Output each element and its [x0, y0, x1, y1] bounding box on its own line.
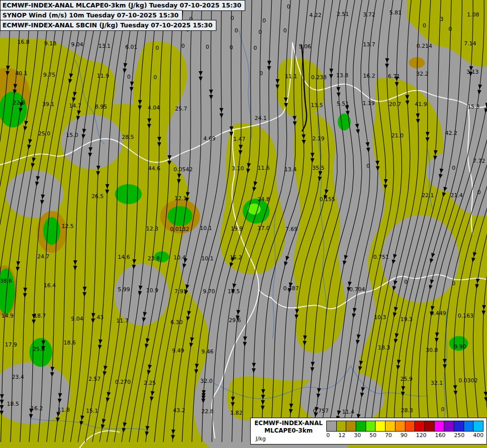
map-value-label: 16.8: [17, 39, 30, 45]
map-value-label: 0.238: [311, 74, 327, 81]
map-value-label: 23.4: [12, 374, 24, 380]
map-value-label: 0: [452, 165, 456, 171]
map-value-label: 26.5: [92, 193, 104, 200]
legend-title: ECMWF-INDEX-ANAL MLCAPE0-3km J/kg: [251, 418, 326, 444]
map-value-label: 0.163: [458, 313, 474, 319]
legend-color-cell: [346, 421, 356, 431]
map-value-label: 0.751: [373, 254, 389, 260]
map-value-label: 10.1: [201, 255, 214, 262]
map-value-label: 9.90: [454, 343, 467, 350]
map-value-label: 0: [182, 43, 185, 49]
map-value-label: 24.7: [37, 253, 50, 260]
map-value-label: 9.46: [201, 348, 214, 355]
legend-color-cell: [376, 421, 386, 431]
map-value-label: 15.0: [66, 132, 79, 138]
map-value-label: 0.155: [319, 196, 335, 203]
map-value-label: 0: [441, 406, 445, 413]
map-value-label: 0.270: [115, 379, 131, 385]
map-value-label: 0.0132: [170, 226, 190, 232]
legend-tick-label: 0: [326, 432, 330, 439]
map-value-label: 25.7: [175, 106, 188, 112]
legend-color-cell: [454, 421, 464, 431]
map-value-label: 0.704: [349, 286, 365, 293]
map-value-label: 4.69: [203, 135, 216, 142]
map-value-label: 38.6: [0, 278, 12, 284]
map-value-label: 35.5: [312, 165, 325, 171]
map-value-label: 9.49: [172, 347, 185, 354]
title-line-sbcin: ECMWF-INDEX-ANAL SBCIN (J/kg) Tuesday 07…: [0, 20, 216, 31]
map-value-label: 21.0: [391, 132, 404, 139]
map-value-label: 25.9: [400, 376, 413, 382]
legend-tick-label: 70: [385, 432, 392, 439]
legend-title-line-1: ECMWF-INDEX-ANAL: [254, 420, 322, 427]
map-value-label: 10.9: [146, 287, 159, 294]
map-value-label: 16.4: [44, 282, 56, 289]
map-value-label: 3.10: [232, 165, 244, 172]
map-value-label: 14.9: [1, 313, 14, 319]
map-value-label: 19.9: [231, 225, 243, 232]
map-value-label: 7.14: [464, 40, 477, 47]
legend-color-cell: [464, 421, 474, 431]
map-value-label: 5.81: [390, 9, 402, 16]
map-value-label: 12.3: [146, 225, 159, 232]
map-value-label: 3.72: [363, 11, 376, 18]
map-value-label: 0: [156, 45, 159, 51]
map-value-label: 5.06: [299, 43, 311, 50]
map-value-label: 0: [287, 3, 291, 10]
map-value-label: 0: [154, 74, 157, 81]
map-value-label: 11.9: [97, 73, 109, 79]
map-value-label: 41.9: [415, 101, 427, 108]
map-value-label: 6.71: [388, 73, 400, 80]
map-value-label: 13.4: [285, 166, 297, 173]
weather-map-screen: 04.222.513.725.8131.08000000000016.89.18…: [0, 0, 487, 448]
map-value-label: 2.25: [144, 380, 156, 386]
weather-map: 04.222.513.725.8131.08000000000016.89.18…: [0, 0, 487, 448]
legend-color-cell: [395, 421, 405, 431]
map-value-label: 17.0: [258, 225, 270, 231]
map-value-label: 18.3: [378, 344, 390, 351]
map-value-label: 16.2: [31, 405, 43, 412]
legend: ECMWF-INDEX-ANAL MLCAPE0-3km J/kg 012305…: [250, 418, 487, 445]
map-value-label: 44.6: [148, 165, 161, 172]
map-value-label: 14.7: [69, 103, 82, 109]
map-value-label: 11.4: [342, 409, 355, 415]
legend-color-bar: [326, 421, 484, 432]
map-value-label: 17.9: [5, 341, 17, 348]
map-value-label: 15.1: [86, 408, 98, 414]
map-value-label: 1.08: [467, 11, 480, 18]
map-value-label: 0: [254, 45, 257, 51]
map-value-label: 12.5: [62, 223, 74, 229]
legend-tick-label: 250: [454, 432, 465, 439]
legend-tick-row: 01230507090120160250400: [326, 432, 484, 439]
cape-gap: [6, 170, 64, 218]
map-value-label: 9.75: [43, 72, 56, 78]
legend-bar-wrap: 01230507090120160250400: [326, 418, 487, 444]
legend-tick-label: 12: [338, 432, 345, 439]
map-value-label: 10.1: [200, 225, 212, 231]
map-value-label: 14.6: [118, 254, 130, 260]
map-value-label: 10.4: [174, 254, 186, 261]
map-value-label: 0: [235, 27, 238, 34]
map-value-label: 12.1: [175, 195, 187, 202]
map-value-label: 23.8: [148, 255, 160, 262]
map-value-label: 11.8: [58, 407, 70, 413]
legend-color-cell: [435, 421, 445, 431]
map-value-label: 29.6: [229, 317, 241, 324]
map-value-label: 9.18: [44, 40, 57, 47]
map-value-label: 8.95: [95, 104, 107, 110]
legend-color-cell: [425, 421, 435, 431]
map-value-label: 0: [260, 70, 263, 77]
map-value-label: 11.1: [285, 73, 297, 80]
map-value-label: 4.22: [309, 12, 322, 18]
legend-unit: J/kg: [251, 435, 266, 443]
legend-color-cell: [327, 421, 337, 431]
map-value-label: 1.43: [92, 314, 104, 321]
map-value-label: 0: [206, 44, 209, 50]
map-value-label: 0: [404, 279, 408, 285]
map-value-label: 2.57: [89, 376, 101, 382]
map-value-label: 0.787: [283, 285, 299, 292]
map-value-label: 13.7: [363, 41, 376, 48]
map-value-label: 13.1: [98, 43, 111, 49]
title-line-mlcape: ECMWF-INDEX-ANAL MLCAPE0-3km (J/kg) Tues…: [0, 0, 245, 11]
map-value-label: 15.2: [230, 254, 242, 261]
